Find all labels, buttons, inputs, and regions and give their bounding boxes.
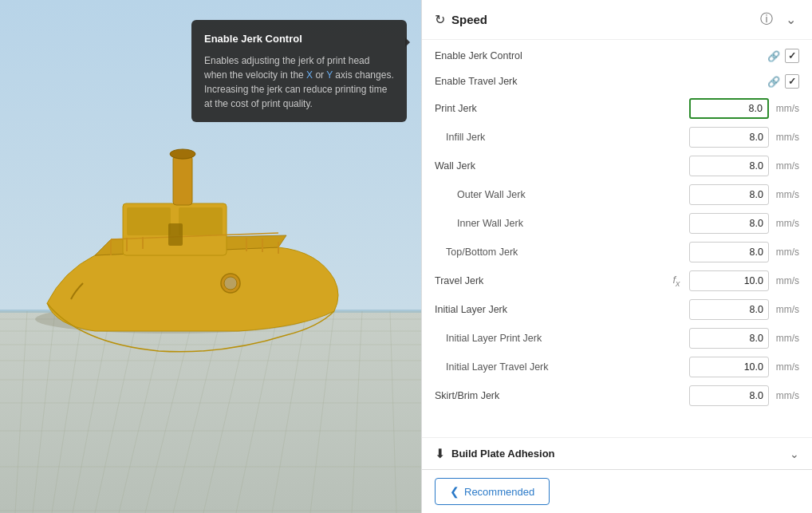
unit-label: mm/s bbox=[774, 275, 799, 286]
value-input[interactable] bbox=[689, 242, 769, 262]
collapse-icon-btn[interactable]: ⌄ bbox=[782, 10, 799, 29]
setting-controls: mm/s bbox=[689, 213, 799, 234]
build-plate-icon: ⬇ bbox=[435, 446, 445, 461]
highlight-y: Y bbox=[326, 69, 333, 81]
link-icon[interactable]: 🔗 bbox=[767, 76, 780, 88]
setting-controls: 🔗✓ bbox=[767, 49, 799, 63]
svg-point-34 bbox=[170, 149, 195, 159]
setting-name: Wall Jerk bbox=[435, 160, 689, 172]
setting-row: Inner Wall Jerkmm/s bbox=[422, 209, 812, 238]
setting-name: Initial Layer Travel Jerk bbox=[435, 361, 689, 373]
setting-row: Print Jerkmm/s bbox=[422, 94, 812, 123]
unit-label: mm/s bbox=[774, 103, 799, 114]
check-mark: ✓ bbox=[788, 76, 796, 87]
header-actions: ⓘ ⌄ bbox=[757, 10, 799, 30]
value-input[interactable] bbox=[689, 357, 769, 377]
check-mark: ✓ bbox=[788, 50, 796, 61]
3d-viewport[interactable]: Enable Jerk Control Enables adjusting th… bbox=[0, 0, 421, 513]
speed-title: Speed bbox=[451, 13, 751, 26]
speed-section-header: ↻ Speed ⓘ ⌄ bbox=[422, 0, 812, 40]
svg-rect-32 bbox=[173, 156, 192, 205]
svg-rect-44 bbox=[168, 223, 183, 246]
settings-panel: ↻ Speed ⓘ ⌄ Enable Jerk Control🔗✓Enable … bbox=[421, 0, 812, 513]
value-input[interactable] bbox=[689, 270, 769, 291]
setting-controls: mm/s bbox=[689, 156, 799, 176]
build-plate-chevron: ⌄ bbox=[790, 448, 799, 460]
setting-name: Initial Layer Jerk bbox=[435, 304, 689, 315]
setting-row: Initial Layer Travel Jerkmm/s bbox=[422, 353, 812, 381]
fx-icon: fx bbox=[668, 274, 684, 288]
setting-row: Initial Layer Print Jerkmm/s bbox=[422, 324, 812, 353]
link-icon[interactable]: 🔗 bbox=[767, 50, 780, 62]
setting-name: Inner Wall Jerk bbox=[435, 218, 689, 229]
setting-name: Skirt/Brim Jerk bbox=[435, 390, 689, 401]
tooltip-bubble: Enable Jerk Control Enables adjusting th… bbox=[191, 20, 407, 122]
unit-label: mm/s bbox=[774, 333, 799, 344]
setting-controls: 🔗✓ bbox=[767, 74, 799, 89]
setting-name: Outer Wall Jerk bbox=[435, 189, 689, 200]
unit-label: mm/s bbox=[774, 189, 799, 200]
setting-row: Initial Layer Jerkmm/s bbox=[422, 295, 812, 324]
unit-label: mm/s bbox=[774, 132, 799, 143]
unit-label: mm/s bbox=[774, 160, 799, 172]
recommended-label: Recommended bbox=[464, 486, 534, 498]
setting-controls: mm/s bbox=[689, 98, 799, 119]
setting-name: Enable Travel Jerk bbox=[435, 76, 767, 87]
setting-controls: mm/s bbox=[689, 299, 799, 320]
setting-controls: mm/s bbox=[689, 357, 799, 377]
highlight-x: X bbox=[306, 69, 313, 81]
setting-name: Infill Jerk bbox=[435, 132, 689, 143]
setting-name: Print Jerk bbox=[435, 103, 689, 114]
setting-row: Infill Jerkmm/s bbox=[422, 123, 812, 152]
settings-list: Enable Jerk Control🔗✓Enable Travel Jerk🔗… bbox=[422, 40, 812, 437]
unit-label: mm/s bbox=[774, 247, 799, 258]
build-plate-title: Build Plate Adhesion bbox=[451, 448, 783, 460]
unit-label: mm/s bbox=[774, 390, 799, 401]
setting-row: Travel Jerkfxmm/s bbox=[422, 266, 812, 295]
unit-label: mm/s bbox=[774, 361, 799, 373]
setting-name: Initial Layer Print Jerk bbox=[435, 333, 689, 344]
unit-label: mm/s bbox=[774, 304, 799, 315]
value-input[interactable] bbox=[689, 184, 769, 205]
checkbox[interactable]: ✓ bbox=[785, 74, 799, 89]
setting-controls: fxmm/s bbox=[668, 270, 799, 291]
setting-row: Enable Jerk Control🔗✓ bbox=[422, 43, 812, 69]
svg-point-43 bbox=[224, 277, 237, 290]
setting-controls: mm/s bbox=[689, 184, 799, 205]
setting-controls: mm/s bbox=[689, 328, 799, 349]
setting-name: Enable Jerk Control bbox=[435, 50, 767, 61]
speed-icon: ↻ bbox=[435, 12, 445, 27]
svg-rect-30 bbox=[127, 207, 171, 235]
unit-label: mm/s bbox=[774, 218, 799, 229]
value-input[interactable] bbox=[689, 328, 769, 349]
setting-name: Travel Jerk bbox=[435, 275, 668, 286]
setting-row: Top/Bottom Jerkmm/s bbox=[422, 238, 812, 266]
recommended-button[interactable]: ❮ Recommended bbox=[435, 478, 550, 505]
checkbox[interactable]: ✓ bbox=[785, 49, 799, 63]
setting-row: Skirt/Brim Jerkmm/s bbox=[422, 381, 812, 410]
setting-name: Top/Bottom Jerk bbox=[435, 247, 689, 258]
tooltip-title: Enable Jerk Control bbox=[204, 31, 394, 47]
svg-rect-31 bbox=[179, 207, 223, 235]
value-input[interactable] bbox=[689, 213, 769, 234]
setting-row: Outer Wall Jerkmm/s bbox=[422, 180, 812, 209]
value-input[interactable] bbox=[689, 98, 769, 119]
setting-controls: mm/s bbox=[689, 242, 799, 262]
setting-controls: mm/s bbox=[689, 127, 799, 148]
bottom-bar: ❮ Recommended bbox=[422, 469, 812, 513]
setting-row: Wall Jerkmm/s bbox=[422, 152, 812, 180]
info-icon-btn[interactable]: ⓘ bbox=[757, 10, 776, 30]
setting-row: Enable Travel Jerk🔗✓ bbox=[422, 69, 812, 94]
tooltip-text: Enables adjusting the jerk of print head… bbox=[204, 53, 394, 111]
build-plate-section[interactable]: ⬇ Build Plate Adhesion ⌄ bbox=[422, 437, 812, 469]
value-input[interactable] bbox=[689, 127, 769, 148]
chevron-left-icon: ❮ bbox=[450, 485, 459, 498]
setting-controls: mm/s bbox=[689, 385, 799, 406]
value-input[interactable] bbox=[689, 156, 769, 176]
value-input[interactable] bbox=[689, 385, 769, 406]
value-input[interactable] bbox=[689, 299, 769, 320]
